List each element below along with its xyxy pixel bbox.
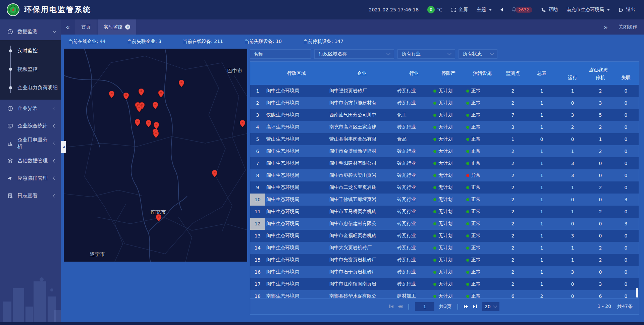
map-pin-icon[interactable] (212, 170, 217, 177)
cell-region: 阆中生态环境局 (265, 148, 328, 154)
table-row[interactable]: 7阆中生态环境局阆中明阳建材有限公司砖瓦行业无计划正常21300 (250, 157, 639, 169)
map-pin-icon[interactable] (137, 105, 142, 112)
org-dropdown[interactable]: 南充市生态环境局 (567, 7, 610, 13)
table-row[interactable]: 3仪陇生态环境局西南油气田分公司川中化工无计划正常71350 (250, 109, 639, 121)
table-row[interactable]: 4高坪生态环境局南充市高坪区王家店建砖瓦行业无计划正常31220 (250, 121, 639, 133)
theme-dropdown[interactable]: 主题 (477, 7, 492, 13)
sidebar-item-video-monitoring[interactable]: 视频监控 (0, 60, 61, 78)
cell-halted-count: 2 (588, 124, 613, 130)
cell-lost-count: 0 (613, 88, 639, 94)
cell-running-count: 0 (557, 221, 588, 226)
table-row[interactable]: 15阆中生态环境局阆中市光富页岩机砖厂砖瓦行业无计划正常21120 (250, 254, 639, 266)
table-row[interactable]: 1阆中生态环境局阆中强锐页岩砖厂砖瓦行业无计划正常21120 (250, 85, 639, 97)
page-size-select[interactable]: 20 (482, 302, 499, 311)
cell-monitor-count: 2 (500, 173, 526, 178)
chevron-left-icon (53, 142, 56, 145)
map-pin-icon[interactable] (240, 120, 245, 127)
bottom-strip (0, 322, 644, 325)
map-pin-icon[interactable] (146, 120, 151, 127)
cell-region: 阆中生态环境局 (265, 209, 328, 215)
sidebar-item-enterprise-statistics[interactable]: 企业综合统计 (0, 117, 61, 134)
map-pin-icon[interactable] (179, 80, 184, 87)
map-city-label: 遂宁市 (90, 251, 105, 258)
sidebar-item-emergency-reduction[interactable]: 应急减排管理 (0, 169, 61, 187)
cell-region: 南部生态环境局 (265, 293, 328, 298)
map-pin-icon[interactable] (158, 90, 164, 97)
cell-facility-status: 正常 (465, 281, 500, 287)
column-header: 总表 (526, 62, 557, 85)
prev-page-icon[interactable] (398, 305, 402, 308)
sidebar-collapse-button[interactable] (61, 141, 66, 153)
tabs-scroll-right-icon[interactable] (604, 24, 608, 31)
map-pin-icon[interactable] (156, 214, 161, 221)
table-row[interactable]: 13阆中生态环境局阆中市金福旺页岩机砖砖瓦行业无计划正常21300 (250, 230, 639, 242)
map-pin-icon[interactable] (154, 122, 159, 129)
cell-running-count: 0 (557, 293, 588, 298)
map-pin-icon[interactable] (153, 131, 159, 138)
name-filter-input[interactable] (250, 49, 311, 59)
page-number-input[interactable]: 1 (415, 302, 434, 311)
table-row[interactable]: 11阆中生态环境局阆中市五马桥页岩机砖砖瓦行业无计划正常21120 (250, 206, 639, 218)
table-row[interactable]: 17阆中生态环境局阆中市江南镇阆南页岩砖瓦行业无计划正常21030 (250, 278, 639, 290)
cell-halted-count: 6 (588, 293, 613, 298)
scrollbar-thumb[interactable] (636, 288, 638, 297)
tab-home[interactable]: 首页 (75, 19, 97, 35)
sidebar-item-log-view[interactable]: 日志查看 (0, 187, 61, 204)
cell-halted-count: 5 (588, 112, 613, 118)
cell-meter-count: 1 (526, 173, 557, 178)
table-row[interactable]: 8阆中生态环境局阆中市枣碧大梁山页岩砖瓦行业无计划异常21300 (250, 169, 639, 181)
table-row[interactable]: 14阆中生态环境局阆中大兴页岩机砖厂砖瓦行业无计划正常21120 (250, 242, 639, 254)
column-header: 行政区域 (265, 62, 328, 85)
cell-region: 阆中生态环境局 (265, 184, 328, 191)
map-pin-icon[interactable] (109, 91, 114, 98)
logout-button[interactable]: 退出 (619, 7, 635, 13)
map-pin-icon[interactable] (139, 89, 144, 96)
first-page-icon[interactable] (389, 305, 393, 308)
close-operations-button[interactable]: 关闭操作 (619, 24, 637, 30)
notification-bell[interactable]: 2632 (512, 7, 532, 13)
sidebar-item-power-load-detail[interactable]: 企业电力负荷明细 (0, 78, 61, 97)
stat-5: 当前停机设备: 147 (303, 39, 343, 45)
mute-button[interactable] (500, 8, 503, 11)
tab-realtime-monitoring[interactable]: 实时监控 (98, 19, 136, 35)
region-select[interactable]: 行政区域名称 (314, 49, 394, 59)
status-dot-icon (433, 102, 436, 105)
last-page-icon[interactable] (473, 305, 477, 308)
map-pin-icon[interactable] (123, 93, 129, 100)
map-pin-icon[interactable] (135, 119, 140, 126)
status-dot-icon (433, 295, 436, 298)
fullscreen-button[interactable]: 全屏 (451, 7, 468, 13)
status-select[interactable]: 所有状态 (459, 49, 497, 59)
sidebar-item-base-data-management[interactable]: 基础数据管理 (0, 152, 61, 169)
sidebar-item-power-usage-analysis[interactable]: 企业用电量分析 (0, 134, 61, 152)
table-row[interactable]: 18南部生态环境局南部县砂华水泥有限公建材加工无计划正常62060 (250, 290, 639, 298)
next-page-icon[interactable] (464, 305, 468, 308)
map-panel[interactable]: 巴中市南充市遂宁市 (64, 49, 247, 262)
table-row[interactable]: 5营山生态环境局营山县润丰肉食品有限食品无计划正常10010 (250, 133, 639, 145)
sidebar-item-realtime-monitoring[interactable]: 实时监控 (0, 42, 61, 60)
sidebar-item-data-monitoring[interactable]: 数据监测 (0, 23, 61, 40)
table-row[interactable]: 6阆中生态环境局阆中市金博瑞新型墙材砖瓦行业无计划正常21120 (250, 145, 639, 157)
cell-meter-count: 1 (526, 100, 557, 106)
cell-meter-count: 1 (526, 257, 557, 263)
map-pin-icon[interactable] (153, 102, 158, 109)
row-number: 8 (250, 169, 265, 181)
cell-industry: 砖瓦行业 (396, 148, 432, 154)
cell-region: 阆中生态环境局 (265, 257, 328, 263)
table-row[interactable]: 16阆中生态环境局阆中市石子页岩机砖厂砖瓦行业无计划正常21300 (250, 266, 639, 278)
table-row[interactable]: 10阆中生态环境局阆中千佛镇五郎垭页岩砖瓦行业无计划正常21003 (250, 194, 639, 206)
total-count-label: 共47条 (617, 304, 633, 310)
industry-select[interactable]: 所有行业 (397, 49, 455, 59)
cell-industry: 砖瓦行业 (396, 124, 432, 130)
table-row[interactable]: 2阆中生态环境局阆中市南方节能建材有砖瓦行业无计划正常21030 (250, 97, 639, 109)
sidebar-item-enterprise-abnormal[interactable]: 企业异常 (0, 100, 61, 117)
cell-stop-status: 无计划 (432, 148, 465, 154)
cell-company: 阆中大兴页岩机砖厂 (328, 245, 396, 251)
chevron-left-icon (53, 107, 56, 110)
help-button[interactable]: 帮助 (541, 7, 558, 13)
tabs-scroll-left-icon[interactable] (66, 24, 70, 31)
table-row[interactable]: 12阆中生态环境局阆中市忠信建材有限公砖瓦行业无计划正常21003 (250, 218, 639, 230)
close-tab-icon[interactable] (125, 24, 130, 30)
table-row[interactable]: 9阆中生态环境局阆中市二龙长宝页岩砖砖瓦行业无计划正常21120 (250, 181, 639, 194)
chevron-left-icon (53, 194, 56, 197)
